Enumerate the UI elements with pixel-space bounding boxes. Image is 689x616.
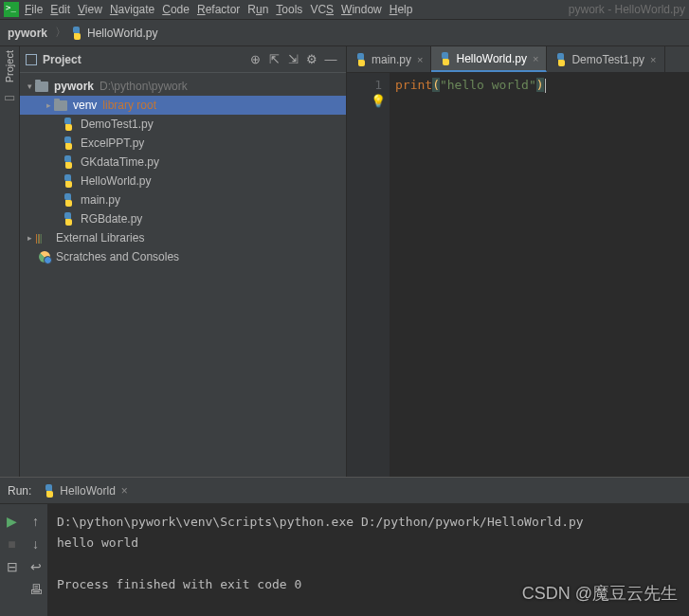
settings-icon[interactable]: ⚙	[302, 52, 321, 66]
layout-icon[interactable]: ⊟	[7, 555, 18, 578]
menu-view[interactable]: View	[78, 3, 102, 16]
libraries-icon: ||	[37, 232, 50, 244]
console-output[interactable]: D:\python\pywork\venv\Scripts\python.exe…	[47, 504, 689, 616]
tree-file[interactable]: ExcelPPT.py	[20, 134, 346, 153]
project-panel-title[interactable]: Project	[43, 53, 245, 66]
console-line: hello world	[57, 533, 680, 553]
close-icon[interactable]: ×	[417, 54, 423, 65]
menu-run[interactable]: Run	[247, 3, 268, 16]
close-icon[interactable]: ×	[121, 484, 128, 498]
scroll-up-icon[interactable]: ↑	[32, 510, 39, 533]
print-icon[interactable]: 🖶	[29, 578, 43, 601]
menu-navigate[interactable]: Navigate	[110, 3, 154, 16]
menu-bar: File Edit View Navigate Code Refactor Ru…	[0, 0, 689, 20]
python-file-icon	[43, 484, 56, 498]
locate-icon[interactable]: ⊕	[245, 52, 264, 66]
tree-venv[interactable]: ▸ venv library root	[20, 96, 346, 115]
run-toolbar: ▶ ■ ⊟ ↑ ↓ ↩ 🖶	[0, 504, 47, 616]
tree-root[interactable]: ▾ pywork D:\python\pywork	[20, 77, 346, 96]
app-logo-icon	[4, 2, 19, 17]
tree-external-libs[interactable]: ▸ |||| External Libraries	[20, 228, 346, 247]
menu-file[interactable]: File	[25, 3, 43, 16]
python-file-icon	[554, 53, 568, 66]
project-view-icon	[26, 54, 37, 65]
tab-main[interactable]: main.py×	[347, 46, 431, 72]
close-icon[interactable]: ×	[533, 53, 538, 64]
breadcrumb-file[interactable]: HelloWorld.py	[87, 27, 157, 40]
tree-venv-label: venv	[73, 99, 97, 112]
text-caret	[545, 79, 546, 93]
run-header: Run: HelloWorld×	[0, 478, 689, 504]
tree-root-path: D:\python\pywork	[100, 80, 188, 93]
python-file-icon	[439, 52, 452, 65]
tab-demotest1[interactable]: DemoTest1.py×	[547, 46, 664, 72]
menu-refactor[interactable]: Refactor	[197, 3, 240, 16]
python-file-icon	[62, 212, 75, 226]
python-file-icon	[62, 118, 75, 131]
run-label: Run:	[8, 484, 31, 498]
editor-tabs: main.py× HelloWorld.py× DemoTest1.py×	[347, 46, 689, 73]
menu-vcs[interactable]: VCS	[310, 3, 334, 16]
window-title: pywork - HelloWorld.py	[569, 3, 685, 16]
hide-icon[interactable]: —	[321, 52, 340, 66]
console-line	[57, 553, 680, 574]
console-line: D:\python\pywork\venv\Scripts\python.exe…	[57, 512, 680, 533]
menu-tools[interactable]: Tools	[276, 3, 302, 16]
chevron-down-icon[interactable]: ▾	[24, 82, 35, 91]
expand-all-icon[interactable]: ⇱	[264, 52, 283, 66]
python-file-icon	[70, 27, 83, 40]
scroll-down-icon[interactable]: ↓	[32, 533, 39, 555]
menu-help[interactable]: Help	[390, 3, 413, 16]
breadcrumb-project[interactable]: pywork	[8, 27, 47, 40]
python-file-icon	[354, 53, 368, 66]
rerun-icon[interactable]: ▶	[7, 510, 17, 533]
console-line: Process finished with exit code 0	[57, 574, 680, 595]
tab-helloworld[interactable]: HelloWorld.py×	[431, 46, 547, 72]
python-file-icon	[62, 193, 75, 207]
tree-venv-hint: library root	[102, 99, 156, 112]
tree-file[interactable]: RGBdate.py	[20, 209, 346, 228]
folder-icon	[54, 100, 67, 111]
chevron-right-icon[interactable]: ▸	[43, 100, 54, 110]
tree-file[interactable]: GKdataTime.py	[20, 153, 346, 172]
tree-scratches[interactable]: Scratches and Consoles	[20, 247, 346, 266]
collapse-all-icon[interactable]: ⇲	[283, 52, 302, 66]
project-panel: Project ⊕ ⇱ ⇲ ⚙ — ▾ pywork D:\python\pyw…	[20, 46, 347, 477]
project-tree: ▾ pywork D:\python\pywork ▸ venv library…	[20, 73, 346, 477]
lightbulb-icon[interactable]: 💡	[371, 94, 386, 108]
breadcrumb-separator: 〉	[55, 25, 66, 41]
line-number[interactable]: 1	[347, 77, 382, 94]
tree-file[interactable]: DemoTest1.py	[20, 115, 346, 134]
run-config-tab[interactable]: HelloWorld×	[43, 484, 127, 498]
chevron-right-icon[interactable]: ▸	[24, 233, 35, 243]
close-icon[interactable]: ×	[650, 54, 656, 65]
structure-tool-icon[interactable]: ▭	[4, 90, 15, 104]
soft-wrap-icon[interactable]: ↩	[30, 555, 42, 578]
gutter: 1	[347, 73, 390, 477]
project-tool-tab[interactable]: Project	[4, 50, 15, 82]
python-file-icon	[62, 155, 75, 169]
folder-icon	[35, 82, 48, 92]
tree-file[interactable]: HelloWorld.py	[20, 172, 346, 190]
menu-edit[interactable]: Edit	[50, 3, 70, 16]
code-text[interactable]: print("hello world") 💡	[390, 73, 689, 477]
scratches-icon	[39, 251, 50, 263]
code-editor[interactable]: 1 print("hello world") 💡	[347, 73, 689, 477]
python-file-icon	[62, 174, 75, 188]
menu-code[interactable]: Code	[162, 3, 190, 16]
tree-file[interactable]: main.py	[20, 190, 346, 209]
tree-root-label: pywork	[54, 80, 94, 93]
left-tool-strip: Project ▭	[0, 46, 20, 477]
menu-window[interactable]: Window	[341, 3, 382, 16]
python-file-icon	[62, 136, 75, 150]
navigation-bar: pywork 〉 HelloWorld.py	[0, 20, 689, 46]
stop-icon[interactable]: ■	[8, 533, 15, 555]
editor-area: main.py× HelloWorld.py× DemoTest1.py× 1 …	[347, 46, 689, 477]
run-tool-window: Run: HelloWorld× ▶ ■ ⊟ ↑ ↓ ↩ 🖶 D:\python…	[0, 477, 689, 616]
project-panel-header: Project ⊕ ⇱ ⇲ ⚙ —	[20, 46, 346, 73]
